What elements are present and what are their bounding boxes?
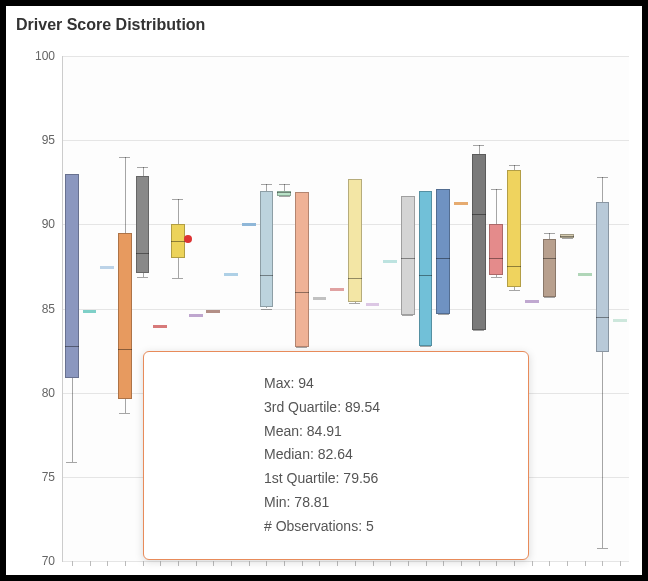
whisker [602,352,603,547]
whisker [143,167,144,175]
box-flat[interactable] [224,273,238,276]
box[interactable] [543,239,557,296]
x-tick [532,561,533,566]
median-line [419,275,433,276]
box-flat[interactable] [189,314,203,317]
x-tick [567,561,568,566]
box-flat[interactable] [242,223,256,226]
box-flat[interactable] [454,202,468,205]
box-flat[interactable] [313,297,327,300]
box[interactable] [436,189,450,314]
median-line [118,349,132,350]
whisker-cap [119,413,130,414]
y-tick-label: 80 [42,386,55,400]
x-tick [620,561,621,566]
y-tick-label: 95 [42,133,55,147]
tooltip-value: : 5 [358,518,374,534]
gridline [63,140,629,141]
tooltip-row: Max: 94 [264,372,504,396]
whisker-cap [473,145,484,146]
whisker [496,189,497,224]
x-tick [213,561,214,566]
whisker-cap [473,330,484,331]
box-flat[interactable] [100,266,114,269]
box-flat[interactable] [613,319,627,322]
whisker-cap [172,199,183,200]
x-tick [443,561,444,566]
tooltip-label: Median [264,446,310,462]
x-tick [90,561,91,566]
box[interactable] [118,233,132,400]
box[interactable] [136,176,150,274]
box-flat[interactable] [153,325,167,328]
whisker-cap [172,278,183,279]
whisker-cap [349,303,360,304]
median-line [136,253,150,254]
whisker-cap [597,177,608,178]
median-line [436,258,450,259]
tooltip-row: Min: 78.81 [264,491,504,515]
whisker [125,399,126,412]
box[interactable] [419,191,433,346]
median-line [295,292,309,293]
x-tick [319,561,320,566]
whisker-cap [261,184,272,185]
box[interactable] [260,191,274,307]
box[interactable] [489,224,503,275]
whisker-cap [420,346,431,347]
median-line [171,241,185,242]
tooltip-row: Median: 82.64 [264,443,504,467]
chart-panel: Driver Score Distribution 70758085909510… [6,6,642,575]
x-tick [479,561,480,566]
tooltip-label: Min [264,494,287,510]
x-tick [426,561,427,566]
box-flat[interactable] [578,273,592,276]
gridline [63,561,629,562]
y-tick-label: 100 [35,49,55,63]
box[interactable] [348,179,362,302]
median-line [507,266,521,267]
median-line [348,278,362,279]
tooltip: Max: 943rd Quartile: 89.54Mean: 84.91Med… [143,351,529,560]
x-tick [408,561,409,566]
tooltip-value: : 78.81 [287,494,330,510]
box-flat[interactable] [525,300,539,303]
tooltip-value: : 82.64 [310,446,353,462]
plot-area[interactable]: 707580859095100Max: 943rd Quartile: 89.5… [62,56,629,562]
whisker-cap [279,196,290,197]
tooltip-row: 3rd Quartile: 89.54 [264,396,504,420]
x-tick [461,561,462,566]
x-tick [196,561,197,566]
whisker [602,177,603,202]
x-tick [390,561,391,566]
box-flat[interactable] [330,288,344,291]
outlier-point[interactable] [184,235,192,243]
tooltip-label: Max [264,375,290,391]
box[interactable] [472,154,486,331]
whisker [125,157,126,233]
tooltip-label: # Observations [264,518,358,534]
box-flat[interactable] [366,303,380,306]
whisker-cap [491,189,502,190]
whisker-cap [544,297,555,298]
box[interactable] [401,196,415,316]
tooltip-value: : 84.91 [299,423,342,439]
median-line [401,258,415,259]
gridline [63,56,629,57]
tooltip-value: : 89.54 [337,399,380,415]
x-tick [143,561,144,566]
box-flat[interactable] [206,310,220,313]
box[interactable] [596,202,610,352]
whisker [178,199,179,224]
x-tick [160,561,161,566]
box-flat[interactable] [83,310,97,313]
whisker [284,184,285,191]
median-line [596,317,610,318]
box[interactable] [507,170,521,286]
box[interactable] [295,192,309,347]
box-flat[interactable] [383,260,397,263]
box[interactable] [65,174,79,378]
x-tick [284,561,285,566]
x-tick [231,561,232,566]
median-line [472,214,486,215]
